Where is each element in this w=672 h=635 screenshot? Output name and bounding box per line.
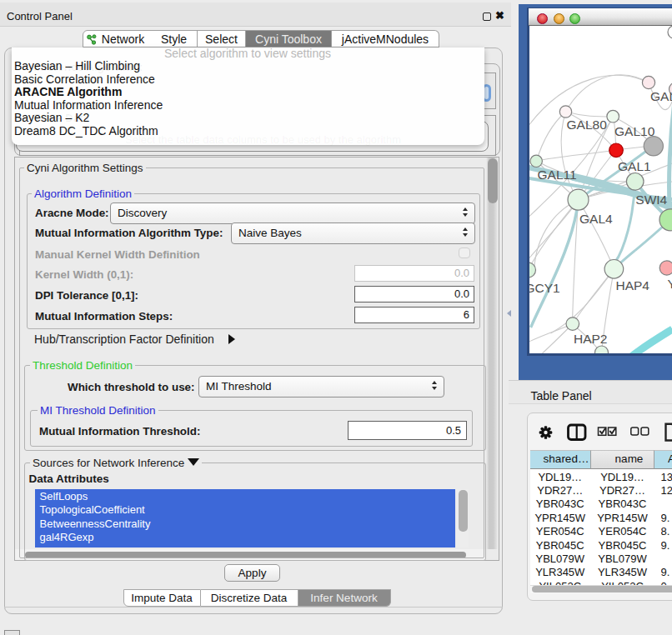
svg-text:GAL80: GAL80 bbox=[566, 118, 607, 132]
svg-text:GAL11: GAL11 bbox=[537, 168, 576, 182]
svg-text:GAL1: GAL1 bbox=[618, 159, 651, 173]
svg-text:GCY1: GCY1 bbox=[529, 281, 560, 295]
svg-text:HAP4: HAP4 bbox=[615, 278, 649, 292]
svg-text:SWI4: SWI4 bbox=[635, 192, 667, 207]
svg-text:GAL10: GAL10 bbox=[614, 124, 655, 138]
svg-text:HAP2: HAP2 bbox=[574, 332, 608, 346]
svg-text:GAL4: GAL4 bbox=[579, 212, 613, 226]
svg-text:GAL7: GAL7 bbox=[650, 89, 672, 103]
svg-text:Y: Y bbox=[667, 277, 672, 291]
